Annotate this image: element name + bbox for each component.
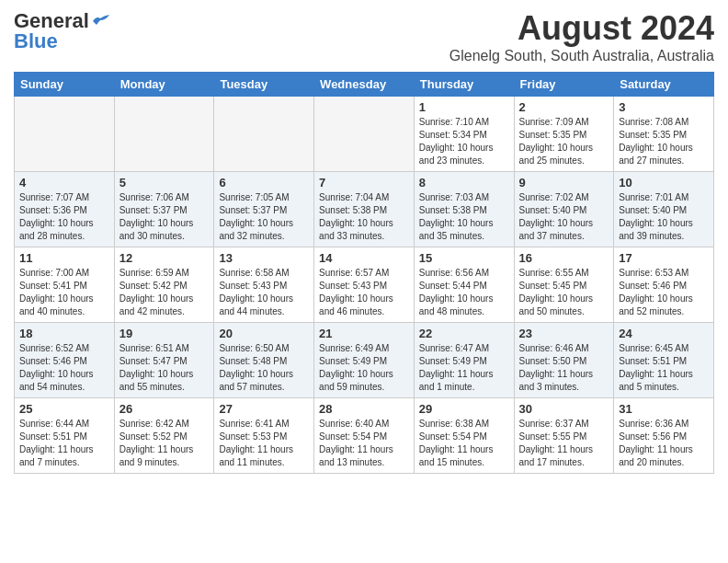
day-info: Sunrise: 6:45 AMSunset: 5:51 PMDaylight:… [619, 342, 709, 394]
day-number: 16 [519, 251, 609, 265]
day-number: 23 [519, 327, 609, 340]
calendar-day-cell: 21Sunrise: 6:49 AMSunset: 5:49 PMDayligh… [314, 323, 415, 398]
day-number: 11 [19, 251, 109, 265]
day-info: Sunrise: 6:52 AMSunset: 5:46 PMDaylight:… [19, 342, 109, 394]
logo-bird-icon [91, 14, 111, 29]
day-number: 12 [119, 251, 210, 265]
day-info: Sunrise: 6:51 AMSunset: 5:47 PMDaylight:… [119, 342, 210, 394]
calendar-day-cell: 14Sunrise: 6:57 AMSunset: 5:43 PMDayligh… [314, 247, 415, 323]
day-number: 13 [219, 251, 309, 265]
day-number: 21 [319, 327, 409, 340]
day-number: 4 [19, 176, 109, 190]
calendar-day-cell: 13Sunrise: 6:58 AMSunset: 5:43 PMDayligh… [214, 247, 314, 323]
day-info: Sunrise: 6:46 AMSunset: 5:50 PMDaylight:… [519, 342, 609, 394]
day-info: Sunrise: 6:53 AMSunset: 5:46 PMDaylight:… [619, 267, 709, 318]
day-number: 18 [19, 327, 109, 340]
calendar-day-cell: 24Sunrise: 6:45 AMSunset: 5:51 PMDayligh… [614, 323, 714, 398]
day-info: Sunrise: 6:41 AMSunset: 5:53 PMDaylight:… [219, 418, 309, 469]
day-info: Sunrise: 6:47 AMSunset: 5:49 PMDaylight:… [419, 342, 509, 394]
day-number: 1 [419, 100, 509, 114]
day-number: 28 [319, 402, 409, 416]
day-info: Sunrise: 7:07 AMSunset: 5:36 PMDaylight:… [19, 191, 109, 243]
weekday-header: Sunday [15, 73, 115, 97]
day-number: 29 [419, 402, 509, 416]
calendar-week-row: 11Sunrise: 7:00 AMSunset: 5:41 PMDayligh… [15, 247, 714, 323]
day-number: 24 [619, 327, 709, 340]
day-info: Sunrise: 7:04 AMSunset: 5:38 PMDaylight:… [319, 191, 409, 243]
day-info: Sunrise: 6:36 AMSunset: 5:56 PMDaylight:… [619, 418, 709, 469]
calendar-day-cell: 2Sunrise: 7:09 AMSunset: 5:35 PMDaylight… [514, 97, 614, 172]
calendar-day-cell: 22Sunrise: 6:47 AMSunset: 5:49 PMDayligh… [414, 323, 514, 398]
day-number: 22 [419, 327, 509, 340]
day-number: 8 [419, 176, 509, 190]
calendar-day-cell: 18Sunrise: 6:52 AMSunset: 5:46 PMDayligh… [15, 323, 115, 398]
day-info: Sunrise: 7:01 AMSunset: 5:40 PMDaylight:… [619, 191, 709, 243]
day-number: 19 [119, 327, 210, 340]
day-info: Sunrise: 7:06 AMSunset: 5:37 PMDaylight:… [119, 191, 210, 243]
calendar-day-cell: 16Sunrise: 6:55 AMSunset: 5:45 PMDayligh… [514, 247, 614, 323]
day-number: 27 [219, 402, 309, 416]
day-number: 26 [119, 402, 210, 416]
weekday-header: Saturday [614, 73, 714, 97]
page-header: General Blue August 2024 Glenelg South, … [14, 9, 714, 64]
day-info: Sunrise: 7:10 AMSunset: 5:34 PMDaylight:… [419, 116, 509, 167]
day-number: 25 [19, 402, 109, 416]
day-info: Sunrise: 7:09 AMSunset: 5:35 PMDaylight:… [519, 116, 609, 167]
calendar-day-cell: 19Sunrise: 6:51 AMSunset: 5:47 PMDayligh… [114, 323, 214, 398]
day-info: Sunrise: 7:08 AMSunset: 5:35 PMDaylight:… [619, 116, 709, 167]
calendar-day-cell: 12Sunrise: 6:59 AMSunset: 5:42 PMDayligh… [114, 247, 214, 323]
calendar-day-cell: 8Sunrise: 7:03 AMSunset: 5:38 PMDaylight… [414, 172, 514, 247]
day-number: 30 [519, 402, 609, 416]
calendar-day-cell: 7Sunrise: 7:04 AMSunset: 5:38 PMDaylight… [314, 172, 415, 247]
day-number: 20 [219, 327, 309, 340]
calendar-day-cell: 20Sunrise: 6:50 AMSunset: 5:48 PMDayligh… [214, 323, 314, 398]
day-info: Sunrise: 6:56 AMSunset: 5:44 PMDaylight:… [419, 267, 509, 318]
calendar-day-cell: 27Sunrise: 6:41 AMSunset: 5:53 PMDayligh… [214, 398, 314, 474]
day-info: Sunrise: 6:57 AMSunset: 5:43 PMDaylight:… [319, 267, 409, 318]
day-number: 10 [619, 176, 709, 190]
day-info: Sunrise: 6:37 AMSunset: 5:55 PMDaylight:… [519, 418, 609, 469]
calendar-day-cell: 3Sunrise: 7:08 AMSunset: 5:35 PMDaylight… [614, 97, 714, 172]
day-number: 17 [619, 251, 709, 265]
calendar-day-cell [114, 97, 214, 172]
day-info: Sunrise: 6:44 AMSunset: 5:51 PMDaylight:… [19, 418, 109, 469]
weekday-header-row: SundayMondayTuesdayWednesdayThursdayFrid… [15, 73, 714, 97]
title-block: August 2024 Glenelg South, South Austral… [449, 9, 714, 64]
day-info: Sunrise: 6:49 AMSunset: 5:49 PMDaylight:… [319, 342, 409, 394]
calendar-day-cell [15, 97, 115, 172]
calendar-day-cell: 25Sunrise: 6:44 AMSunset: 5:51 PMDayligh… [15, 398, 115, 474]
calendar-day-cell: 31Sunrise: 6:36 AMSunset: 5:56 PMDayligh… [614, 398, 714, 474]
calendar-day-cell: 29Sunrise: 6:38 AMSunset: 5:54 PMDayligh… [414, 398, 514, 474]
calendar-day-cell [314, 97, 415, 172]
calendar-day-cell: 9Sunrise: 7:02 AMSunset: 5:40 PMDaylight… [514, 172, 614, 247]
day-info: Sunrise: 6:55 AMSunset: 5:45 PMDaylight:… [519, 267, 609, 318]
day-info: Sunrise: 7:00 AMSunset: 5:41 PMDaylight:… [19, 267, 109, 318]
weekday-header: Monday [114, 73, 214, 97]
day-info: Sunrise: 6:40 AMSunset: 5:54 PMDaylight:… [319, 418, 409, 469]
calendar-day-cell: 4Sunrise: 7:07 AMSunset: 5:36 PMDaylight… [15, 172, 115, 247]
calendar-day-cell: 1Sunrise: 7:10 AMSunset: 5:34 PMDaylight… [414, 97, 514, 172]
day-number: 3 [619, 100, 709, 114]
calendar-day-cell: 11Sunrise: 7:00 AMSunset: 5:41 PMDayligh… [15, 247, 115, 323]
weekday-header: Thursday [414, 73, 514, 97]
day-info: Sunrise: 6:38 AMSunset: 5:54 PMDaylight:… [419, 418, 509, 469]
calendar-day-cell: 17Sunrise: 6:53 AMSunset: 5:46 PMDayligh… [614, 247, 714, 323]
day-info: Sunrise: 6:42 AMSunset: 5:52 PMDaylight:… [119, 418, 210, 469]
day-info: Sunrise: 7:05 AMSunset: 5:37 PMDaylight:… [219, 191, 309, 243]
calendar-week-row: 25Sunrise: 6:44 AMSunset: 5:51 PMDayligh… [15, 398, 714, 474]
calendar-day-cell: 23Sunrise: 6:46 AMSunset: 5:50 PMDayligh… [514, 323, 614, 398]
day-number: 6 [219, 176, 309, 190]
month-title: August 2024 [449, 9, 714, 48]
weekday-header: Wednesday [314, 73, 415, 97]
day-info: Sunrise: 6:58 AMSunset: 5:43 PMDaylight:… [219, 267, 309, 318]
day-info: Sunrise: 6:50 AMSunset: 5:48 PMDaylight:… [219, 342, 309, 394]
calendar-week-row: 18Sunrise: 6:52 AMSunset: 5:46 PMDayligh… [15, 323, 714, 398]
logo: General Blue [14, 9, 111, 53]
location: Glenelg South, South Australia, Australi… [449, 48, 714, 64]
day-info: Sunrise: 7:02 AMSunset: 5:40 PMDaylight:… [519, 191, 609, 243]
calendar-day-cell: 10Sunrise: 7:01 AMSunset: 5:40 PMDayligh… [614, 172, 714, 247]
day-number: 14 [319, 251, 409, 265]
calendar-week-row: 1Sunrise: 7:10 AMSunset: 5:34 PMDaylight… [15, 97, 714, 172]
calendar-day-cell: 26Sunrise: 6:42 AMSunset: 5:52 PMDayligh… [114, 398, 214, 474]
day-info: Sunrise: 7:03 AMSunset: 5:38 PMDaylight:… [419, 191, 509, 243]
